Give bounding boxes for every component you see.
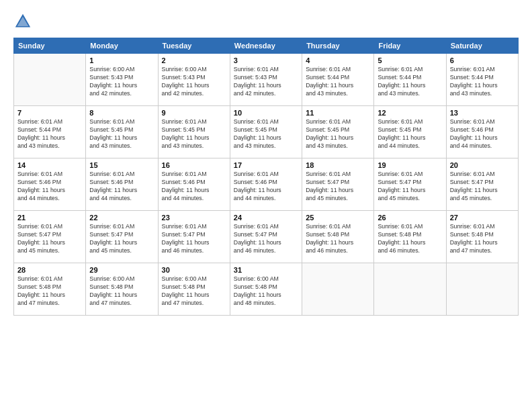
header	[13, 12, 519, 31]
day-number: 2	[162, 56, 226, 64]
calendar-cell: 14Sunrise: 6:01 AMSunset: 5:46 PMDayligh…	[14, 158, 86, 211]
calendar-week-row-0: 1Sunrise: 6:00 AMSunset: 5:43 PMDaylight…	[14, 54, 519, 106]
day-info: Sunrise: 6:01 AMSunset: 5:44 PMDaylight:…	[306, 66, 370, 98]
day-number: 3	[234, 56, 298, 64]
calendar-cell: 4Sunrise: 6:01 AMSunset: 5:44 PMDaylight…	[302, 54, 374, 106]
day-number: 5	[378, 56, 442, 64]
day-number: 22	[89, 214, 154, 222]
calendar-cell: 15Sunrise: 6:01 AMSunset: 5:46 PMDayligh…	[86, 158, 158, 211]
day-info: Sunrise: 6:01 AMSunset: 5:47 PMDaylight:…	[162, 223, 226, 255]
calendar-cell: 26Sunrise: 6:01 AMSunset: 5:48 PMDayligh…	[374, 211, 446, 263]
day-info: Sunrise: 6:01 AMSunset: 5:45 PMDaylight:…	[234, 118, 298, 150]
day-info: Sunrise: 6:00 AMSunset: 5:43 PMDaylight:…	[162, 66, 226, 98]
calendar-cell: 29Sunrise: 6:00 AMSunset: 5:48 PMDayligh…	[86, 263, 158, 316]
day-number: 28	[17, 266, 82, 274]
day-number: 27	[450, 214, 515, 222]
day-number: 6	[450, 56, 515, 64]
day-info: Sunrise: 6:01 AMSunset: 5:47 PMDaylight:…	[306, 171, 370, 203]
calendar-week-row-2: 14Sunrise: 6:01 AMSunset: 5:46 PMDayligh…	[14, 158, 519, 211]
calendar-week-row-4: 28Sunrise: 6:01 AMSunset: 5:48 PMDayligh…	[14, 263, 519, 316]
day-info: Sunrise: 6:00 AMSunset: 5:48 PMDaylight:…	[162, 275, 226, 308]
calendar-header-monday: Monday	[86, 38, 158, 54]
calendar-cell: 23Sunrise: 6:01 AMSunset: 5:47 PMDayligh…	[158, 211, 230, 263]
calendar-table: SundayMondayTuesdayWednesdayThursdayFrid…	[13, 38, 519, 316]
day-number: 18	[306, 161, 370, 169]
day-number: 17	[234, 161, 298, 169]
day-number: 26	[378, 214, 442, 222]
day-info: Sunrise: 6:01 AMSunset: 5:45 PMDaylight:…	[89, 118, 154, 150]
logo-icon	[13, 12, 32, 31]
calendar-cell: 13Sunrise: 6:01 AMSunset: 5:46 PMDayligh…	[446, 106, 518, 158]
calendar-cell: 19Sunrise: 6:01 AMSunset: 5:47 PMDayligh…	[374, 158, 446, 211]
day-info: Sunrise: 6:00 AMSunset: 5:48 PMDaylight:…	[89, 275, 154, 308]
calendar-header-thursday: Thursday	[302, 38, 374, 54]
calendar-cell: 25Sunrise: 6:01 AMSunset: 5:48 PMDayligh…	[302, 211, 374, 263]
day-number: 14	[17, 161, 82, 169]
day-number: 11	[306, 109, 370, 117]
day-number: 15	[89, 161, 154, 169]
day-number: 21	[17, 214, 82, 222]
day-info: Sunrise: 6:01 AMSunset: 5:48 PMDaylight:…	[378, 223, 442, 255]
day-info: Sunrise: 6:01 AMSunset: 5:46 PMDaylight:…	[89, 171, 154, 203]
calendar-cell: 17Sunrise: 6:01 AMSunset: 5:46 PMDayligh…	[230, 158, 302, 211]
calendar-cell: 8Sunrise: 6:01 AMSunset: 5:45 PMDaylight…	[86, 106, 158, 158]
calendar-header-saturday: Saturday	[446, 38, 518, 54]
day-info: Sunrise: 6:01 AMSunset: 5:46 PMDaylight:…	[162, 171, 226, 203]
day-number: 10	[234, 109, 298, 117]
day-number: 12	[378, 109, 442, 117]
calendar-cell	[446, 263, 518, 316]
day-info: Sunrise: 6:01 AMSunset: 5:46 PMDaylight:…	[17, 171, 82, 203]
day-info: Sunrise: 6:01 AMSunset: 5:46 PMDaylight:…	[234, 171, 298, 203]
day-number: 16	[162, 161, 226, 169]
day-number: 30	[162, 266, 226, 274]
logo	[13, 12, 35, 31]
day-number: 8	[89, 109, 154, 117]
day-info: Sunrise: 6:01 AMSunset: 5:48 PMDaylight:…	[306, 223, 370, 255]
calendar-cell: 24Sunrise: 6:01 AMSunset: 5:47 PMDayligh…	[230, 211, 302, 263]
calendar-cell: 3Sunrise: 6:01 AMSunset: 5:43 PMDaylight…	[230, 54, 302, 106]
day-info: Sunrise: 6:01 AMSunset: 5:45 PMDaylight:…	[162, 118, 226, 150]
day-info: Sunrise: 6:01 AMSunset: 5:47 PMDaylight:…	[89, 223, 154, 255]
calendar-header-tuesday: Tuesday	[158, 38, 230, 54]
calendar-cell: 22Sunrise: 6:01 AMSunset: 5:47 PMDayligh…	[86, 211, 158, 263]
page: SundayMondayTuesdayWednesdayThursdayFrid…	[0, 0, 532, 411]
day-number: 20	[450, 161, 515, 169]
calendar-cell: 30Sunrise: 6:00 AMSunset: 5:48 PMDayligh…	[158, 263, 230, 316]
calendar-week-row-3: 21Sunrise: 6:01 AMSunset: 5:47 PMDayligh…	[14, 211, 519, 263]
calendar-cell	[302, 263, 374, 316]
calendar-cell: 28Sunrise: 6:01 AMSunset: 5:48 PMDayligh…	[14, 263, 86, 316]
day-info: Sunrise: 6:01 AMSunset: 5:43 PMDaylight:…	[234, 66, 298, 98]
calendar-cell: 20Sunrise: 6:01 AMSunset: 5:47 PMDayligh…	[446, 158, 518, 211]
day-number: 19	[378, 161, 442, 169]
day-info: Sunrise: 6:01 AMSunset: 5:46 PMDaylight:…	[450, 118, 515, 150]
calendar-cell	[374, 263, 446, 316]
day-number: 31	[234, 266, 298, 274]
calendar-cell: 2Sunrise: 6:00 AMSunset: 5:43 PMDaylight…	[158, 54, 230, 106]
day-info: Sunrise: 6:01 AMSunset: 5:47 PMDaylight:…	[17, 223, 82, 255]
calendar-cell: 27Sunrise: 6:01 AMSunset: 5:48 PMDayligh…	[446, 211, 518, 263]
day-info: Sunrise: 6:01 AMSunset: 5:44 PMDaylight:…	[450, 66, 515, 98]
day-number: 9	[162, 109, 226, 117]
calendar-cell: 16Sunrise: 6:01 AMSunset: 5:46 PMDayligh…	[158, 158, 230, 211]
day-number: 29	[89, 266, 154, 274]
day-number: 7	[17, 109, 82, 117]
calendar-header-sunday: Sunday	[14, 38, 86, 54]
calendar-cell: 5Sunrise: 6:01 AMSunset: 5:44 PMDaylight…	[374, 54, 446, 106]
day-info: Sunrise: 6:00 AMSunset: 5:48 PMDaylight:…	[234, 275, 298, 308]
calendar-cell: 6Sunrise: 6:01 AMSunset: 5:44 PMDaylight…	[446, 54, 518, 106]
calendar-cell: 31Sunrise: 6:00 AMSunset: 5:48 PMDayligh…	[230, 263, 302, 316]
day-info: Sunrise: 6:01 AMSunset: 5:48 PMDaylight:…	[17, 275, 82, 308]
day-info: Sunrise: 6:01 AMSunset: 5:47 PMDaylight:…	[450, 171, 515, 203]
day-info: Sunrise: 6:00 AMSunset: 5:43 PMDaylight:…	[89, 66, 154, 98]
calendar-header-friday: Friday	[374, 38, 446, 54]
day-number: 4	[306, 56, 370, 64]
calendar-header-row: SundayMondayTuesdayWednesdayThursdayFrid…	[14, 38, 519, 54]
calendar-cell: 7Sunrise: 6:01 AMSunset: 5:44 PMDaylight…	[14, 106, 86, 158]
day-number: 25	[306, 214, 370, 222]
day-info: Sunrise: 6:01 AMSunset: 5:44 PMDaylight:…	[17, 118, 82, 150]
calendar-header-wednesday: Wednesday	[230, 38, 302, 54]
day-info: Sunrise: 6:01 AMSunset: 5:45 PMDaylight:…	[378, 118, 442, 150]
calendar-cell: 21Sunrise: 6:01 AMSunset: 5:47 PMDayligh…	[14, 211, 86, 263]
day-info: Sunrise: 6:01 AMSunset: 5:44 PMDaylight:…	[378, 66, 442, 98]
calendar-cell: 10Sunrise: 6:01 AMSunset: 5:45 PMDayligh…	[230, 106, 302, 158]
